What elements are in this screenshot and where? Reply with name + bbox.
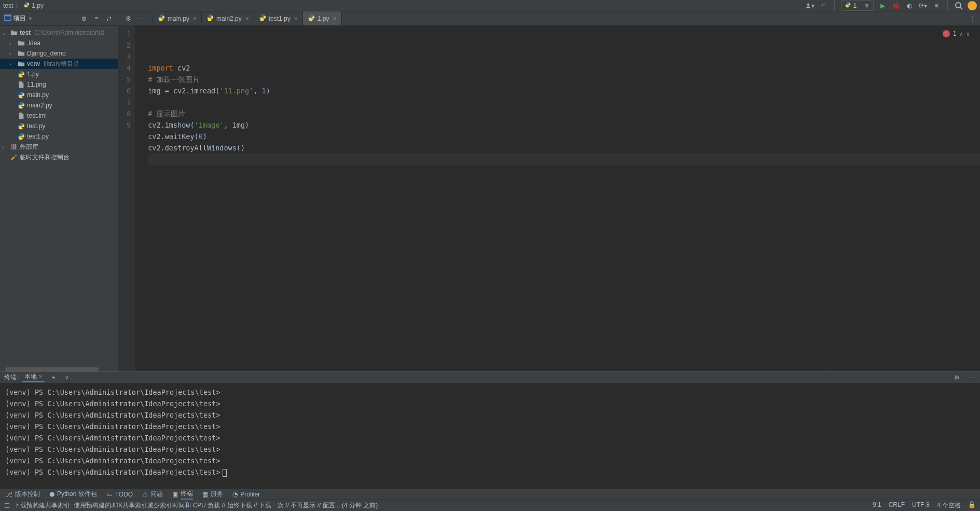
run-configuration-selector[interactable]: 1 ▼ — [841, 1, 874, 11]
collapse-all-icon[interactable]: ⇄ — [104, 14, 114, 23]
new-session-icon[interactable]: ＋ — [49, 373, 58, 382]
prev-highlight-icon[interactable]: ∧ — [960, 31, 963, 37]
file-icon — [17, 112, 25, 119]
tab-problems[interactable]: ⚠问题 — [142, 490, 163, 499]
close-icon[interactable]: × — [193, 15, 197, 22]
tree-item[interactable]: ›.idea — [0, 38, 118, 48]
tabs-more-icon[interactable]: ⋮ — [965, 15, 980, 22]
close-icon[interactable]: × — [294, 15, 298, 22]
tab-label: test1.py — [269, 15, 291, 22]
tab-terminal[interactable]: ▣终端 — [172, 489, 193, 500]
tree-external-libs[interactable]: ›外部库 — [0, 142, 118, 152]
breadcrumb-file[interactable]: 1.py — [32, 2, 44, 9]
line-separator[interactable]: CRLF — [889, 501, 905, 510]
chevron-down-icon[interactable]: ▼ — [28, 16, 33, 21]
indent-setting[interactable]: 4 个空格 — [937, 501, 961, 510]
inspection-widget[interactable]: ! 1 ∧ ∨ — [943, 30, 970, 37]
code-line[interactable]: cv2.imshow('image', img) — [148, 119, 980, 131]
terminal-tab[interactable]: 本地 × — [22, 372, 44, 382]
code-line[interactable]: cv2.waitKey(0) — [148, 131, 980, 142]
locate-icon[interactable]: ⊕ — [79, 14, 89, 23]
tree-item[interactable]: test.py — [0, 121, 118, 131]
line-number[interactable]: 6 — [127, 85, 131, 96]
line-number[interactable]: 8 — [127, 108, 131, 119]
expand-all-icon[interactable]: ≡ — [92, 14, 101, 23]
tree-item[interactable]: ›venvlibrary根目录 — [0, 59, 118, 69]
stop-button[interactable]: ■ — [932, 1, 941, 10]
run-config-name: 1 — [853, 2, 857, 9]
line-number[interactable]: 1 — [127, 28, 131, 39]
breadcrumb[interactable]: test 〉 1.py — [3, 1, 44, 10]
readonly-toggle-icon[interactable]: 🔓 — [968, 501, 976, 510]
terminal-output[interactable]: (venv) PS C:\Users\Administrator\IdeaPro… — [0, 383, 980, 488]
tree-item[interactable]: main2.py — [0, 100, 118, 111]
status-message[interactable]: 下载预构建共享索引: 使用预构建的JDK共享索引减少索引时间和 CPU 负载 /… — [14, 501, 378, 510]
file-encoding[interactable]: UTF-8 — [912, 501, 930, 510]
debug-button[interactable]: 🐞 — [891, 1, 901, 10]
tree-item[interactable]: test.iml — [0, 111, 118, 121]
line-number[interactable]: 4 — [127, 62, 131, 74]
chevron-down-icon[interactable]: ∨ — [62, 373, 72, 382]
terminal-header: 终端: 本地 × ＋ ∨ ⚙ — — [0, 372, 980, 383]
close-icon[interactable]: × — [245, 15, 249, 22]
gear-icon[interactable]: ⚙ — [952, 373, 961, 382]
tree-root[interactable]: ⌄testC:\Users\Administrator\Id — [0, 27, 118, 38]
close-icon[interactable]: × — [39, 373, 43, 380]
code-line[interactable]: # 加载一张图片 — [148, 74, 980, 85]
next-highlight-icon[interactable]: ∨ — [966, 31, 970, 37]
tab-todo[interactable]: ≔TODO — [106, 491, 133, 498]
tree-label: .idea — [27, 39, 40, 47]
tree-item[interactable]: main.py — [0, 90, 118, 100]
editor-tab[interactable]: main2.py× — [202, 11, 254, 25]
hide-icon[interactable]: — — [138, 14, 147, 23]
code-line[interactable] — [148, 154, 980, 165]
back-arrow-icon[interactable]: ↶ — [819, 1, 828, 10]
hide-icon[interactable]: — — [967, 373, 976, 382]
tab-packages[interactable]: ⬢Python 软件包 — [49, 490, 97, 499]
profile-button[interactable]: ⟳▾ — [918, 1, 928, 10]
code-line[interactable]: cv2.destroyAllWindows() — [148, 142, 980, 154]
editor-tab[interactable]: main.py× — [153, 11, 202, 25]
code-line[interactable]: import cv2 — [148, 62, 980, 74]
tab-vcs[interactable]: ⎇版本控制 — [5, 490, 40, 499]
code-editor[interactable]: 123456789 import cv2# 加载一张图片img = cv2.im… — [118, 26, 980, 371]
scrollbar-thumb[interactable] — [5, 367, 99, 371]
editor-tab[interactable]: test1.py× — [254, 11, 303, 25]
line-gutter[interactable]: 123456789 — [118, 26, 135, 371]
tab-services[interactable]: ▦服务 — [202, 490, 223, 499]
chevron-right-icon[interactable]: › — [2, 144, 8, 150]
chevron-right-icon[interactable]: › — [9, 40, 16, 46]
tree-item[interactable]: 11.png — [0, 79, 118, 90]
breadcrumb-root[interactable]: test — [3, 2, 13, 9]
tree-scratches[interactable]: 临时文件和控制台 — [0, 152, 118, 162]
chevron-right-icon[interactable]: › — [9, 51, 16, 57]
status-icon[interactable]: ☐ — [4, 502, 10, 509]
line-number[interactable]: 5 — [127, 74, 131, 85]
search-icon[interactable] — [954, 1, 963, 10]
chevron-right-icon[interactable]: › — [9, 61, 16, 67]
line-number[interactable]: 3 — [127, 51, 131, 62]
gear-icon[interactable]: ⚙ — [123, 14, 133, 23]
profile-avatar-icon[interactable] — [968, 1, 977, 10]
chevron-down-icon[interactable]: ⌄ — [2, 30, 8, 36]
code-line[interactable]: img = cv2.imread('11.png', 1) — [148, 85, 980, 96]
run-button[interactable]: ▶ — [878, 1, 887, 10]
navigation-bar: test 〉 1.py ▾ ↶ 1 ▼ ▶ 🐞 ◐ ⟳▾ ■ — [0, 0, 980, 11]
code-line[interactable]: # 显示图片 — [148, 108, 980, 119]
user-icon[interactable]: ▾ — [805, 1, 815, 10]
tree-item[interactable]: test1.py — [0, 131, 118, 142]
line-number[interactable]: 7 — [127, 96, 131, 108]
line-number[interactable]: 2 — [127, 39, 131, 51]
project-header-label[interactable]: 项目 — [13, 14, 26, 23]
cursor-position[interactable]: 9:1 — [873, 501, 881, 510]
tree-item[interactable]: 1.py — [0, 69, 118, 79]
close-icon[interactable]: × — [333, 15, 337, 22]
editor-tab[interactable]: 1.py× — [303, 11, 342, 25]
tree-item[interactable]: ›Django_demo — [0, 48, 118, 59]
code-line[interactable] — [148, 96, 980, 108]
project-tree[interactable]: ⌄testC:\Users\Administrator\Id›.idea›Dja… — [0, 26, 118, 371]
code-content[interactable]: import cv2# 加载一张图片img = cv2.imread('11.p… — [135, 26, 980, 371]
coverage-button[interactable]: ◐ — [905, 1, 914, 10]
tab-profiler[interactable]: ◔Profiler — [232, 491, 260, 498]
line-number[interactable]: 9 — [127, 119, 131, 131]
